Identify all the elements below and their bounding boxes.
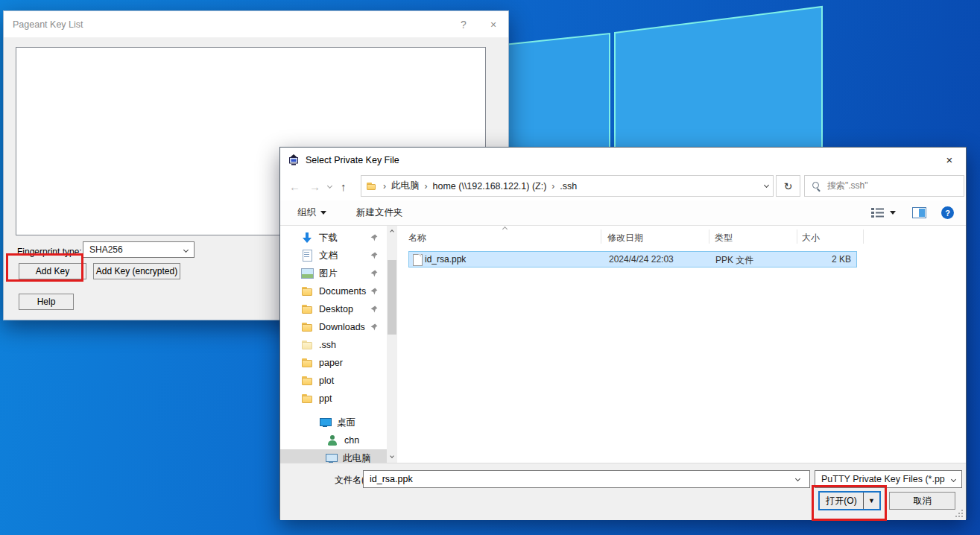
document-icon: [301, 250, 313, 262]
folder-icon: [301, 357, 313, 369]
help-label: Help: [37, 297, 56, 307]
folder-icon: [366, 181, 376, 191]
preview-pane-icon[interactable]: [912, 207, 926, 218]
dialog-titlebar[interactable]: Select Private Key File ×: [280, 148, 966, 172]
file-list-header: 名称 修改日期 类型 大小: [397, 226, 961, 247]
file-name: id_rsa.ppk: [425, 254, 466, 265]
sidebar-item-desktop[interactable]: Desktop: [280, 300, 387, 318]
view-list-icon[interactable]: [871, 208, 884, 218]
sidebar-item-documents-cn[interactable]: 文档: [280, 247, 387, 265]
address-dropdown-chevron-icon[interactable]: [764, 182, 769, 187]
address-bar[interactable]: › 此电脑 › home (\\192.168.122.1) (Z:) › .s…: [361, 175, 774, 197]
add-key-encrypted-button[interactable]: Add Key (encrypted): [93, 263, 180, 279]
pin-icon: [370, 323, 378, 331]
file-row-id-rsa-ppk[interactable]: id_rsa.ppk 2024/4/24 22:03 PPK 文件 2 KB: [408, 251, 857, 268]
dialog-close-button[interactable]: ×: [935, 148, 964, 172]
breadcrumb-separator: ›: [425, 181, 428, 191]
sort-ascending-icon: [502, 227, 508, 232]
breadcrumb-separator: ›: [551, 181, 554, 191]
folder-icon: [301, 285, 313, 297]
search-placeholder: 搜索".ssh": [827, 180, 868, 192]
search-icon: [812, 182, 821, 190]
organize-menu-button[interactable]: 组织: [297, 206, 326, 219]
highlight-open-button-annotation: [812, 485, 887, 521]
back-icon[interactable]: ←: [289, 180, 300, 193]
folder-icon: [301, 375, 313, 387]
file-icon: [412, 254, 422, 265]
file-size: 2 KB: [803, 254, 851, 265]
scroll-up-button[interactable]: [387, 226, 397, 237]
download-icon: [301, 232, 313, 244]
pageant-help-button[interactable]: ?: [449, 11, 478, 37]
new-folder-label: 新建文件夹: [356, 206, 403, 219]
sidebar-item-chn[interactable]: chn: [280, 431, 387, 449]
sidebar-item-downloads-cn[interactable]: 下载: [280, 229, 387, 247]
pin-icon: [370, 306, 378, 313]
sidebar-item-documents[interactable]: Documents: [280, 282, 387, 300]
breadcrumb-separator: ›: [383, 181, 386, 191]
file-date: 2024/4/24 22:03: [609, 254, 674, 265]
folder-icon: [301, 303, 313, 315]
column-header-date[interactable]: 修改日期: [607, 232, 643, 244]
navigation-pane: 下载 文档 图片 Documents Desktop: [280, 226, 387, 463]
search-input[interactable]: 搜索".ssh": [804, 175, 964, 197]
sidebar-scrollbar[interactable]: [387, 226, 397, 463]
column-header-name[interactable]: 名称: [408, 232, 426, 244]
sidebar-item-ppt[interactable]: ppt: [280, 390, 387, 408]
column-header-size[interactable]: 大小: [802, 232, 820, 244]
command-toolbar: 组织 新建文件夹 ?: [280, 200, 966, 226]
file-type: PPK 文件: [715, 254, 753, 267]
picture-icon: [301, 268, 313, 279]
chevron-down-icon: [951, 476, 956, 481]
cancel-label: 取消: [914, 495, 932, 507]
column-divider[interactable]: [709, 229, 709, 244]
add-key-encrypted-label: Add Key (encrypted): [96, 266, 177, 276]
computer-icon: [325, 452, 337, 463]
refresh-button[interactable]: ↻: [776, 175, 800, 197]
column-divider[interactable]: [863, 229, 864, 244]
pageant-titlebar[interactable]: Pageant Key List ? ×: [4, 11, 508, 38]
view-dropdown-chevron-icon[interactable]: [890, 211, 896, 215]
navigation-bar: ← → ↑ › 此电脑 › home (\\192.168.122.1) (Z:…: [280, 172, 966, 200]
pageant-close-button[interactable]: ×: [478, 11, 508, 37]
folder-icon: [301, 393, 313, 405]
column-header-type[interactable]: 类型: [715, 232, 733, 244]
column-divider[interactable]: [601, 229, 601, 244]
breadcrumb-home-share[interactable]: home (\\192.168.122.1) (Z:): [433, 181, 547, 191]
pin-icon: [370, 270, 378, 277]
sidebar-item-this-pc[interactable]: 此电脑: [280, 449, 387, 463]
sidebar-item-ssh[interactable]: .ssh: [280, 336, 387, 354]
desktop-icon: [319, 417, 331, 428]
pageant-app-icon: [288, 154, 300, 166]
help-button[interactable]: Help: [19, 294, 74, 310]
desktop: { "desktop": { "base_color": "#0c63c8", …: [0, 0, 980, 535]
nav-history-chevron-icon[interactable]: [327, 183, 332, 188]
organize-label: 组织: [297, 206, 316, 219]
column-divider[interactable]: [797, 229, 797, 244]
folder-icon: [301, 339, 313, 351]
sidebar-item-pictures-cn[interactable]: 图片: [280, 265, 387, 282]
cancel-button[interactable]: 取消: [889, 492, 955, 510]
chevron-down-icon: [183, 247, 189, 252]
up-icon[interactable]: ↑: [341, 180, 347, 193]
chevron-down-icon: [390, 454, 394, 458]
sidebar-item-plot[interactable]: plot: [280, 372, 387, 390]
sidebar-item-paper[interactable]: paper: [280, 354, 387, 372]
new-folder-button[interactable]: 新建文件夹: [356, 206, 403, 219]
dialog-main-area: 下载 文档 图片 Documents Desktop: [280, 226, 966, 463]
sidebar-item-desktop-cn[interactable]: 桌面: [280, 414, 387, 431]
chevron-up-icon: [390, 229, 394, 234]
scroll-down-button[interactable]: [387, 452, 397, 463]
fingerprint-type-select[interactable]: SHA256: [83, 241, 195, 258]
filename-input[interactable]: [363, 470, 810, 488]
help-icon[interactable]: ?: [941, 206, 954, 219]
pageant-window-title: Pageant Key List: [13, 19, 83, 30]
chevron-down-icon: [320, 211, 326, 215]
forward-icon[interactable]: →: [309, 180, 320, 193]
scrollbar-thumb[interactable]: [388, 260, 396, 335]
breadcrumb-ssh[interactable]: .ssh: [560, 181, 577, 191]
resize-grip[interactable]: [955, 510, 963, 517]
highlight-add-key-annotation: [6, 253, 83, 282]
breadcrumb-this-pc[interactable]: 此电脑: [391, 180, 420, 192]
sidebar-item-downloads[interactable]: Downloads: [280, 318, 387, 336]
